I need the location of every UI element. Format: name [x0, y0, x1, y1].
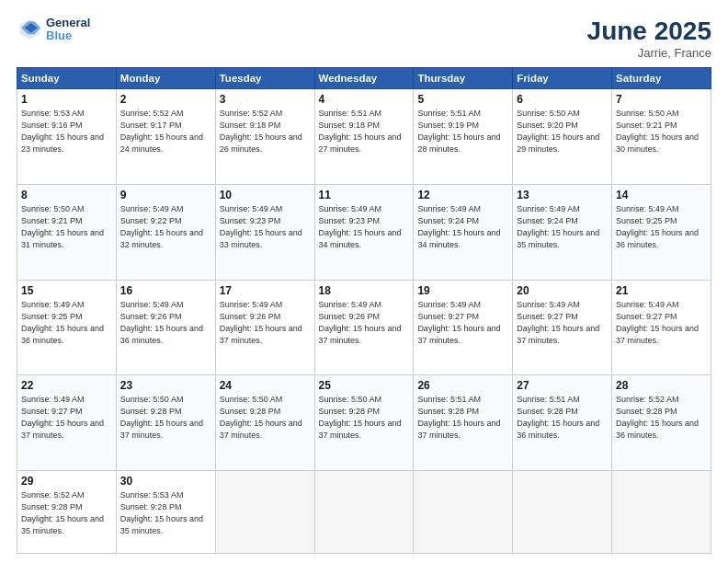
day-5: 5 Sunrise: 5:51 AMSunset: 9:19 PMDayligh… [414, 89, 513, 185]
day-18: 18 Sunrise: 5:49 AMSunset: 9:26 PMDaylig… [314, 280, 414, 375]
day-12: 12 Sunrise: 5:49 AMSunset: 9:24 PMDaylig… [414, 184, 513, 280]
logo-text: General Blue [46, 17, 90, 43]
day-19: 19 Sunrise: 5:49 AMSunset: 9:27 PMDaylig… [414, 280, 513, 375]
day-20: 20 Sunrise: 5:49 AMSunset: 9:27 PMDaylig… [513, 280, 612, 375]
empty-cell-4 [513, 471, 612, 554]
empty-cell-3 [414, 471, 513, 554]
week-row-1: 1 Sunrise: 5:53 AMSunset: 9:16 PMDayligh… [17, 89, 711, 185]
week-row-2: 8 Sunrise: 5:50 AMSunset: 9:21 PMDayligh… [17, 184, 711, 280]
day-10: 10 Sunrise: 5:49 AMSunset: 9:23 PMDaylig… [215, 184, 314, 280]
logo-line1: General [46, 17, 90, 29]
day-30: 30 Sunrise: 5:53 AMSunset: 9:28 PMDaylig… [116, 471, 215, 554]
day-21: 21 Sunrise: 5:49 AMSunset: 9:27 PMDaylig… [612, 280, 711, 375]
day-4: 4 Sunrise: 5:51 AMSunset: 9:18 PMDayligh… [314, 89, 414, 185]
col-friday: Friday [513, 68, 612, 89]
day-13: 13 Sunrise: 5:49 AMSunset: 9:24 PMDaylig… [513, 184, 612, 280]
day-1: 1 Sunrise: 5:53 AMSunset: 9:16 PMDayligh… [17, 89, 117, 185]
location: Jarrie, France [587, 46, 711, 60]
day-23: 23 Sunrise: 5:50 AMSunset: 9:28 PMDaylig… [116, 375, 215, 471]
day-25: 25 Sunrise: 5:50 AMSunset: 9:28 PMDaylig… [314, 375, 414, 471]
calendar-table: Sunday Monday Tuesday Wednesday Thursday… [17, 67, 711, 554]
day-27: 27 Sunrise: 5:51 AMSunset: 9:28 PMDaylig… [513, 375, 612, 471]
logo-icon [17, 17, 42, 42]
col-tuesday: Tuesday [215, 68, 314, 89]
header-row: Sunday Monday Tuesday Wednesday Thursday… [17, 68, 711, 89]
day-29: 29 Sunrise: 5:52 AMSunset: 9:28 PMDaylig… [17, 471, 117, 554]
empty-cell-5 [612, 471, 711, 554]
day-24: 24 Sunrise: 5:50 AMSunset: 9:28 PMDaylig… [215, 375, 314, 471]
day-16: 16 Sunrise: 5:49 AMSunset: 9:26 PMDaylig… [116, 280, 215, 375]
day-3: 3 Sunrise: 5:52 AMSunset: 9:18 PMDayligh… [215, 89, 314, 185]
day-14: 14 Sunrise: 5:49 AMSunset: 9:25 PMDaylig… [612, 184, 711, 280]
logo: General Blue [17, 17, 90, 43]
empty-cell-1 [215, 471, 314, 554]
day-22: 22 Sunrise: 5:49 AMSunset: 9:27 PMDaylig… [17, 375, 117, 471]
col-saturday: Saturday [612, 68, 711, 89]
week-row-4: 22 Sunrise: 5:49 AMSunset: 9:27 PMDaylig… [17, 375, 711, 471]
page: General Blue June 2025 Jarrie, France Su… [0, 0, 728, 563]
empty-cell-2 [314, 471, 414, 554]
day-7: 7 Sunrise: 5:50 AMSunset: 9:21 PMDayligh… [612, 89, 711, 185]
day-11: 11 Sunrise: 5:49 AMSunset: 9:23 PMDaylig… [314, 184, 414, 280]
col-thursday: Thursday [414, 68, 513, 89]
week-row-3: 15 Sunrise: 5:49 AMSunset: 9:25 PMDaylig… [17, 280, 711, 375]
day-26: 26 Sunrise: 5:51 AMSunset: 9:28 PMDaylig… [414, 375, 513, 471]
day-15: 15 Sunrise: 5:49 AMSunset: 9:25 PMDaylig… [17, 280, 117, 375]
day-6: 6 Sunrise: 5:50 AMSunset: 9:20 PMDayligh… [513, 89, 612, 185]
day-28: 28 Sunrise: 5:52 AMSunset: 9:28 PMDaylig… [612, 375, 711, 471]
logo-line2: Blue [46, 29, 90, 42]
day-9: 9 Sunrise: 5:49 AMSunset: 9:22 PMDayligh… [116, 184, 215, 280]
day-2: 2 Sunrise: 5:52 AMSunset: 9:17 PMDayligh… [116, 89, 215, 185]
col-sunday: Sunday [17, 68, 117, 89]
col-monday: Monday [116, 68, 215, 89]
week-row-5: 29 Sunrise: 5:52 AMSunset: 9:28 PMDaylig… [17, 471, 711, 554]
day-8: 8 Sunrise: 5:50 AMSunset: 9:21 PMDayligh… [17, 184, 117, 280]
day-17: 17 Sunrise: 5:49 AMSunset: 9:26 PMDaylig… [215, 280, 314, 375]
col-wednesday: Wednesday [314, 68, 414, 89]
header: General Blue June 2025 Jarrie, France [17, 17, 711, 60]
month-title: June 2025 [587, 17, 711, 46]
title-area: June 2025 Jarrie, France [587, 17, 711, 60]
